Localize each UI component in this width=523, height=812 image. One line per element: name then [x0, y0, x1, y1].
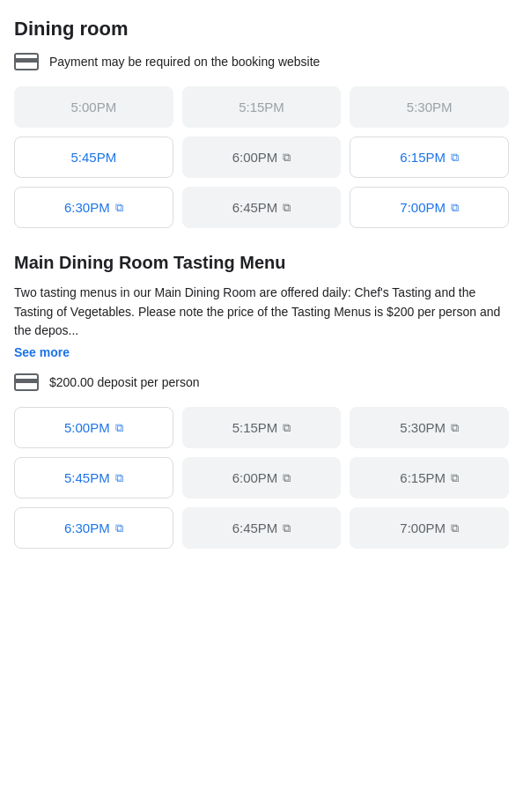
time-label: 5:00PM: [64, 420, 110, 435]
tasting-menu-title: Main Dining Room Tasting Menu: [14, 253, 509, 273]
time-label: 6:15PM: [400, 150, 446, 165]
time-label: 7:00PM: [400, 520, 446, 535]
time-slot-button[interactable]: 6:30PM ⧉: [14, 507, 173, 549]
external-link-icon: ⧉: [283, 521, 291, 535]
time-slot-button[interactable]: 6:15PM ⧉: [350, 457, 509, 498]
time-slot-button[interactable]: 6:45PM ⧉: [182, 507, 342, 549]
time-label: 7:00PM: [400, 200, 446, 215]
time-slot-button[interactable]: 6:30PM ⧉: [14, 187, 173, 228]
time-label: 5:45PM: [70, 150, 116, 165]
external-link-icon: ⧉: [283, 421, 291, 435]
time-label: 5:45PM: [64, 470, 110, 485]
time-slot-button[interactable]: 7:00PM ⧉: [350, 507, 509, 549]
see-more-link[interactable]: See more: [14, 345, 70, 359]
external-link-icon: ⧉: [451, 201, 459, 215]
deposit-card-icon: [14, 373, 39, 391]
time-slot-button: 5:00PM: [14, 86, 173, 128]
deposit-notice-text: $200.00 deposit per person: [49, 375, 199, 389]
time-slot-button[interactable]: 5:30PM ⧉: [350, 407, 509, 448]
external-link-icon: ⧉: [115, 201, 123, 215]
dining-room-time-grid: 5:00PM5:15PM5:30PM5:45PM6:00PM ⧉6:15PM ⧉…: [14, 86, 509, 228]
time-label: 5:15PM: [232, 420, 278, 435]
external-link-icon: ⧉: [451, 471, 459, 485]
tasting-description: Two tasting menus in our Main Dining Roo…: [14, 284, 509, 341]
time-label: 6:15PM: [400, 470, 446, 485]
payment-notice-text: Payment may be required on the booking w…: [49, 55, 320, 69]
dining-room-title: Dining room: [14, 18, 509, 41]
time-label: 6:00PM: [232, 150, 278, 165]
external-link-icon: ⧉: [451, 421, 459, 435]
external-link-icon: ⧉: [115, 521, 123, 535]
time-slot-button[interactable]: 6:15PM ⧉: [350, 137, 509, 178]
time-slot-button[interactable]: 6:00PM ⧉: [182, 457, 342, 498]
time-slot-button[interactable]: 7:00PM ⧉: [350, 187, 509, 228]
time-label: 6:30PM: [64, 520, 110, 535]
tasting-menu-time-grid: 5:00PM ⧉5:15PM ⧉5:30PM ⧉5:45PM ⧉6:00PM ⧉…: [14, 407, 509, 549]
time-slot-button: 5:15PM: [182, 86, 342, 128]
time-label: 6:00PM: [232, 470, 278, 485]
time-slot-button: 5:30PM: [350, 86, 509, 128]
external-link-icon: ⧉: [115, 421, 123, 435]
external-link-icon: ⧉: [451, 151, 459, 165]
card-icon: [14, 53, 39, 70]
time-slot-button[interactable]: 5:45PM ⧉: [14, 457, 173, 498]
time-slot-button[interactable]: 6:00PM ⧉: [182, 137, 342, 178]
time-label: 5:30PM: [400, 420, 446, 435]
time-label: 6:45PM: [232, 520, 278, 535]
external-link-icon: ⧉: [451, 521, 459, 535]
external-link-icon: ⧉: [115, 471, 123, 485]
payment-notice: Payment may be required on the booking w…: [14, 53, 509, 70]
external-link-icon: ⧉: [283, 151, 291, 165]
time-slot-button[interactable]: 5:00PM ⧉: [14, 407, 173, 448]
external-link-icon: ⧉: [283, 471, 291, 485]
time-slot-button[interactable]: 5:15PM ⧉: [182, 407, 342, 448]
time-slot-button[interactable]: 5:45PM: [14, 137, 173, 178]
external-link-icon: ⧉: [283, 201, 291, 215]
deposit-notice: $200.00 deposit per person: [14, 373, 509, 391]
time-slot-button[interactable]: 6:45PM ⧉: [182, 187, 342, 228]
time-label: 6:45PM: [232, 200, 278, 215]
time-label: 6:30PM: [64, 200, 110, 215]
